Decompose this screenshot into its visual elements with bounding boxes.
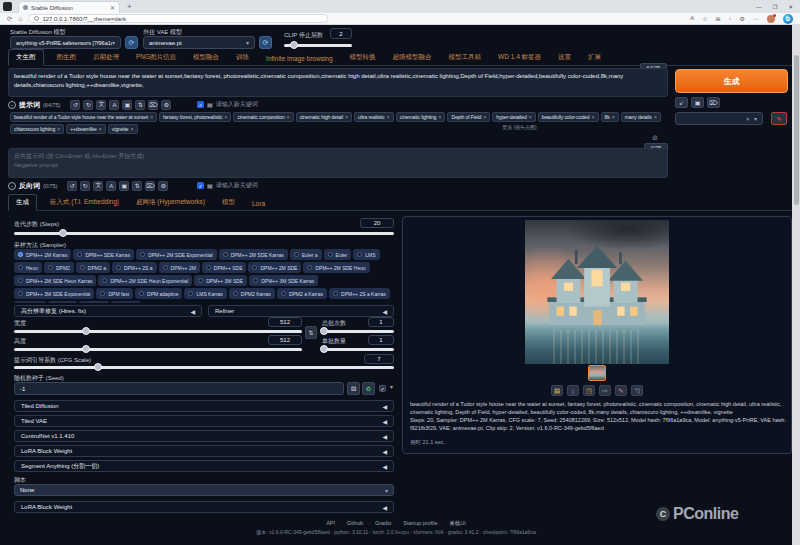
main-tab[interactable]: 设置 [554,50,575,65]
prompt-tag[interactable]: many details [621,112,661,122]
sampler-option[interactable]: Heun [14,262,42,273]
browser-toolbar-icon[interactable]: ⋯ [753,15,759,22]
sd-model-dropdown[interactable]: anything-v5-PrtRE.safetensors [7f96a1a9c… [10,36,121,49]
negative-tool-button[interactable]: ▣ [119,181,129,191]
negative-tool-button[interactable]: ⚙ [158,181,168,191]
height-value[interactable]: 512 [268,335,302,345]
clip-skip-slider[interactable] [284,44,352,47]
batch-size-value[interactable]: 1 [368,335,394,345]
remove-tag-icon[interactable] [130,126,133,132]
negative-tool-button[interactable]: ⇅ [132,181,142,191]
batch-count-value[interactable]: 1 [368,317,394,327]
footer-link[interactable]: Startup profile [403,520,444,527]
remove-tag-icon[interactable] [345,114,348,120]
collapse-icon[interactable] [8,101,16,109]
main-tab[interactable]: 图生图 [53,50,81,65]
browser-toolbar-icon[interactable]: ⚙ [740,15,745,22]
prompt-tag[interactable]: cinematic high detail [296,112,352,122]
sampler-option[interactable]: DDIM [48,301,77,303]
prompt-tag[interactable]: ++dreamlike [66,124,106,134]
generated-image[interactable] [525,220,669,364]
remove-tag-icon[interactable] [57,126,60,132]
browser-toolbar-icon[interactable]: A [690,15,694,22]
new-tab-button[interactable]: + [127,3,132,11]
sampler-option[interactable]: LMS [353,249,379,260]
batch-size-slider[interactable] [322,348,394,351]
remove-tag-icon[interactable] [612,114,615,120]
main-tab[interactable]: 模型融合 [189,50,223,65]
profile-avatar[interactable] [767,15,775,23]
refresh-vae-button[interactable]: ⟳ [259,36,272,49]
output-action-button[interactable]: ⇨ [599,385,611,396]
sub-tab[interactable]: 模型 [218,195,239,210]
sampler-option[interactable]: DPM2 a [76,262,110,273]
negative-prompt-textarea[interactable]: 反向提示词 (按 Ctrl+Enter 或 Alt+Enter 开始生成) Ne… [8,148,668,178]
extension-accordion[interactable]: ControlNet v1.1.410 [14,430,394,442]
url-field[interactable]: 127.0.0.1:7860/?__theme=dark [28,14,328,23]
window-control-icon[interactable]: ✕ [788,4,793,10]
swap-dimensions-button[interactable]: ⇅ [305,326,317,339]
page-scrollbar[interactable] [792,25,800,545]
batch-count-slider[interactable] [322,330,394,333]
sampler-option[interactable]: DPM++ 2S a Karras [329,288,390,299]
gallery-thumbnail[interactable] [588,365,606,381]
hires-fix-accordion[interactable]: 高分辨率修复 (Hires. fix) [14,305,202,317]
cfg-value[interactable]: 7 [364,354,394,364]
sampler-option[interactable]: LMS Karras [184,288,226,299]
sampler-option[interactable]: Restart [14,301,46,303]
prompt-tool-button[interactable]: A [109,100,119,110]
sub-tab[interactable]: 生成 [8,194,37,211]
edit-styles-button[interactable]: ✎ [771,112,787,125]
remove-tag-icon[interactable] [387,114,390,120]
sampler-option[interactable]: DPM++ 2M SDE Heun [303,262,369,273]
sampler-option[interactable]: DPM++ 3M SDE Karras [249,275,318,286]
sampler-option[interactable]: Euler [324,249,352,260]
browser-tab[interactable]: Stable Diffusion ✕ [18,1,120,13]
footer-link[interactable]: Github [347,520,370,527]
prompt-tag[interactable]: hyper-detailed [492,112,535,122]
main-tab[interactable]: 超级模型融合 [389,50,436,65]
main-tab[interactable]: Infinite image browsing [262,52,336,65]
output-action-button[interactable]: ▤ [551,385,563,396]
random-seed-button[interactable]: ⚄ [347,382,360,395]
remove-tag-icon[interactable] [654,114,657,120]
remove-tag-icon[interactable] [483,114,486,120]
prompt-tag[interactable]: Depth of Field [447,112,490,122]
browser-toolbar-icon[interactable]: ☆ [702,15,707,22]
footer-link[interactable]: API [326,520,342,527]
window-control-icon[interactable]: — [756,4,762,10]
height-slider[interactable] [14,348,302,351]
reuse-seed-button[interactable]: ♻ [362,382,375,395]
prompt-tag[interactable]: cinematic lighting [396,112,446,122]
negative-tool-button[interactable]: A [106,181,116,191]
prompt-tool-button[interactable]: ↻ [83,100,93,110]
keyword-checkbox[interactable] [197,182,204,189]
window-control-icon[interactable]: ❐ [772,4,777,10]
main-tab[interactable]: 扩展 [584,50,605,65]
remove-tag-icon[interactable] [529,114,532,120]
output-action-button[interactable]: ◹ [631,385,643,396]
prompt-tool-button[interactable]: ⌦ [148,100,158,110]
negative-tool-button[interactable]: ⌦ [145,181,155,191]
script-dropdown[interactable]: None [14,484,394,496]
close-tab-icon[interactable]: ✕ [110,4,115,11]
prompt-tool-button[interactable]: ⇅ [135,100,145,110]
prompt-tool-button[interactable]: 文 [96,100,106,110]
site-info-icon[interactable] [34,16,39,21]
main-tab[interactable]: 文生图 [8,49,44,66]
width-slider[interactable] [14,330,302,333]
sub-tab[interactable]: Lora [248,197,269,210]
prompt-tag[interactable]: beautiful render of a Tudor style house … [10,112,157,122]
remove-tag-icon[interactable] [99,126,102,132]
vae-dropdown[interactable]: animevae.pt [143,36,255,49]
clip-skip-value[interactable]: 2 [330,28,352,39]
sampler-option[interactable]: DPM fast [96,288,133,299]
negative-tool-button[interactable]: ↻ [80,181,90,191]
seed-input[interactable]: -1 [14,382,344,395]
remove-tag-icon[interactable] [150,114,153,120]
collapse-icon[interactable] [8,182,16,190]
main-tab[interactable]: 模型工具箱 [445,50,486,65]
sampler-option[interactable]: DPM++ SDE Karras [73,249,134,260]
main-tab[interactable]: WD 1.4 标签器 [494,50,545,65]
prompt-tool-button[interactable]: ▣ [122,100,132,110]
